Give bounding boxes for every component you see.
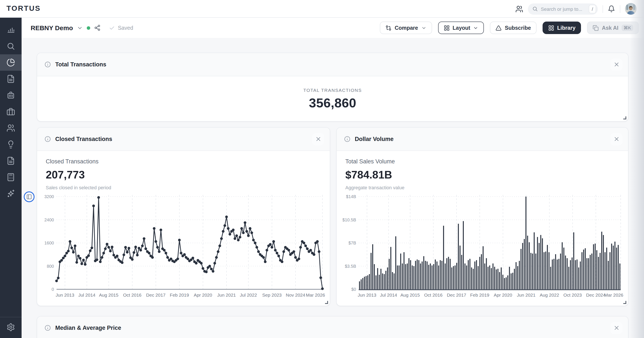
- resize-handle[interactable]: [623, 116, 626, 119]
- file-text-icon: [6, 157, 15, 165]
- save-status-label: Saved: [118, 25, 133, 31]
- svg-text:Jun 2013: Jun 2013: [358, 293, 376, 298]
- right-edge-gradient: [630, 0, 644, 338]
- svg-text:Mar 2026: Mar 2026: [306, 293, 325, 298]
- search-icon: [532, 6, 538, 12]
- layout-grid-icon: [548, 25, 554, 31]
- info-icon[interactable]: [44, 61, 51, 68]
- resize-handle[interactable]: [325, 301, 328, 304]
- layout-button[interactable]: Layout: [438, 21, 484, 34]
- stat-caption: Sales closed in selected period: [46, 185, 321, 190]
- svg-text:Dec 2024: Dec 2024: [586, 293, 606, 298]
- svg-text:$0: $0: [351, 287, 356, 292]
- dollar-volume-bar-chart: $0$3.5B$7B$10.5B$14BJun 2013Jul 2014Aug …: [340, 192, 624, 301]
- svg-text:800: 800: [47, 264, 54, 269]
- status-dot: [87, 26, 90, 29]
- svg-text:Jun 2021: Jun 2021: [517, 293, 536, 298]
- svg-text:Jul 2014: Jul 2014: [78, 293, 96, 298]
- compare-button[interactable]: Compare: [380, 21, 432, 34]
- copy-icon: [593, 25, 599, 31]
- file-text-icon: [6, 75, 15, 83]
- users-icon: [6, 124, 15, 132]
- search-icon: [6, 42, 15, 50]
- ask-ai-button[interactable]: Ask AI ⌘K: [587, 21, 639, 34]
- panel-left-icon: [26, 194, 32, 200]
- resize-handle[interactable]: [623, 301, 626, 304]
- sidebar-item-analytics[interactable]: [0, 54, 22, 71]
- chevron-down-icon: [421, 25, 426, 30]
- search-placeholder: Search or jump to...: [541, 6, 586, 11]
- library-button[interactable]: Library: [542, 21, 581, 34]
- svg-text:$3.5B: $3.5B: [345, 264, 356, 269]
- close-card-button[interactable]: [610, 322, 622, 334]
- svg-text:Aug 2022: Aug 2022: [540, 293, 559, 298]
- subscribe-button[interactable]: Subscribe: [490, 21, 536, 34]
- stat-value: 207,773: [46, 169, 321, 181]
- card-header: Median & Average Price: [37, 317, 628, 338]
- close-card-button[interactable]: [610, 133, 622, 145]
- card-header: Dollar Volume: [337, 128, 628, 151]
- sidebar-item-insights[interactable]: [0, 136, 22, 153]
- stat-caption: Aggregate transaction value: [345, 185, 620, 190]
- svg-text:1600: 1600: [44, 241, 54, 245]
- close-card-button[interactable]: [610, 58, 622, 70]
- chevron-down-icon[interactable]: [77, 25, 83, 31]
- stat-value: $784.81B: [345, 169, 620, 181]
- svg-text:$14B: $14B: [346, 194, 356, 199]
- save-status: Saved: [109, 25, 133, 31]
- top-navbar: TORTUS Search or jump to... /: [0, 0, 644, 18]
- user-avatar[interactable]: [625, 3, 637, 15]
- sidebar-item-portfolio[interactable]: [0, 103, 22, 120]
- svg-text:Sep 2023: Sep 2023: [262, 293, 282, 298]
- kpi-label: TOTAL TRANSACTIONS: [304, 88, 362, 93]
- dashboard-title: REBNY Demo: [31, 24, 73, 31]
- info-icon[interactable]: [44, 136, 51, 142]
- sidebar-item-buildings[interactable]: [0, 87, 22, 103]
- card-title: Closed Transactions: [55, 136, 112, 142]
- card-closed-transactions: Closed Transactions Closed Transactions …: [37, 127, 330, 306]
- card-median-average-price: Median & Average Price: [37, 316, 628, 338]
- sidebar-item-calculator[interactable]: [0, 169, 22, 185]
- team-members-icon[interactable]: [515, 5, 523, 13]
- card-header: Total Transactions: [37, 53, 628, 76]
- page-header: REBNY Demo Saved Compare: [22, 18, 644, 38]
- svg-text:Oct 2016: Oct 2016: [123, 293, 141, 298]
- card-header: Closed Transactions: [37, 128, 330, 151]
- svg-text:Aug 2015: Aug 2015: [99, 293, 118, 298]
- sidebar-item-settings[interactable]: [6, 323, 15, 332]
- divider: [620, 5, 620, 13]
- svg-text:Apr 2020: Apr 2020: [194, 293, 212, 298]
- svg-text:$7B: $7B: [348, 241, 356, 245]
- sidebar-item-reports[interactable]: [0, 71, 22, 87]
- svg-text:3200: 3200: [44, 194, 54, 199]
- stat-title: Total Sales Volume: [345, 158, 620, 165]
- close-card-button[interactable]: [312, 133, 324, 145]
- git-compare-icon: [386, 25, 392, 31]
- stat-title: Closed Transactions: [46, 158, 321, 165]
- sidebar-item-ai-tools[interactable]: [0, 185, 22, 202]
- gear-icon: [6, 323, 15, 332]
- svg-text:Aug 2015: Aug 2015: [400, 293, 420, 298]
- svg-text:Mar 2026: Mar 2026: [604, 293, 623, 298]
- card-title: Dollar Volume: [355, 136, 394, 142]
- ask-ai-shortcut-badge: ⌘K: [622, 24, 633, 31]
- sidebar-nav: [0, 21, 22, 202]
- notifications-bell-icon[interactable]: [608, 5, 615, 12]
- info-icon[interactable]: [344, 136, 350, 142]
- svg-text:Jul 2022: Jul 2022: [240, 293, 257, 298]
- stat-block: Closed Transactions 207,773 Sales closed…: [37, 151, 330, 190]
- sidebar-toggle-button[interactable]: [24, 191, 34, 202]
- info-icon[interactable]: [44, 325, 51, 331]
- close-icon: [613, 136, 620, 142]
- closed-transactions-line-chart: 0800160024003200Jun 2013Jul 2014Aug 2015…: [41, 192, 326, 301]
- kpi-value: 356,860: [309, 96, 356, 110]
- check-icon: [109, 25, 115, 31]
- sidebar-item-charts[interactable]: [0, 21, 22, 38]
- sidebar-item-search[interactable]: [0, 38, 22, 54]
- sidebar-item-contacts[interactable]: [0, 120, 22, 136]
- sidebar-item-documents[interactable]: [0, 153, 22, 169]
- share-icon[interactable]: [94, 24, 100, 31]
- brand-logo[interactable]: TORTUS: [6, 4, 40, 13]
- search-input[interactable]: Search or jump to... /: [528, 3, 598, 14]
- svg-text:Dec 2017: Dec 2017: [146, 293, 166, 298]
